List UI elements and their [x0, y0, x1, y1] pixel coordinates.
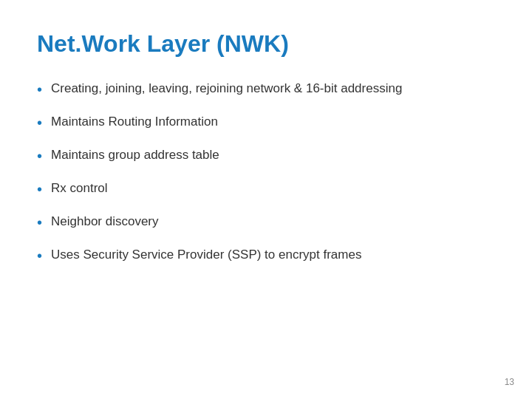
- list-item: •Neighbor discovery: [37, 213, 495, 233]
- list-item: •Maintains Routing Information: [37, 113, 495, 133]
- slide-title: Net.Work Layer (NWK): [37, 30, 495, 58]
- bullet-text-2: Maintains Routing Information: [51, 113, 495, 131]
- bullet-dot-icon: •: [37, 112, 42, 133]
- bullet-list: •Creating, joining, leaving, rejoining n…: [37, 80, 495, 266]
- bullet-text-3: Maintains group address table: [51, 146, 495, 164]
- bullet-text-6: Uses Security Service Provider (SSP) to …: [51, 246, 495, 264]
- bullet-dot-icon: •: [37, 179, 42, 200]
- bullet-text-5: Neighbor discovery: [51, 213, 495, 231]
- bullet-text-1: Creating, joining, leaving, rejoining ne…: [51, 80, 495, 98]
- bullet-dot-icon: •: [37, 146, 42, 166]
- bullet-dot-icon: •: [37, 79, 42, 100]
- bullet-dot-icon: •: [37, 245, 42, 266]
- list-item: •Rx control: [37, 180, 495, 200]
- list-item: •Uses Security Service Provider (SSP) to…: [37, 246, 495, 266]
- page-number: 13: [505, 377, 514, 387]
- slide: Net.Work Layer (NWK) •Creating, joining,…: [0, 0, 532, 399]
- bullet-text-4: Rx control: [51, 180, 495, 197]
- bullet-dot-icon: •: [37, 212, 42, 233]
- list-item: •Maintains group address table: [37, 146, 495, 166]
- list-item: •Creating, joining, leaving, rejoining n…: [37, 80, 495, 100]
